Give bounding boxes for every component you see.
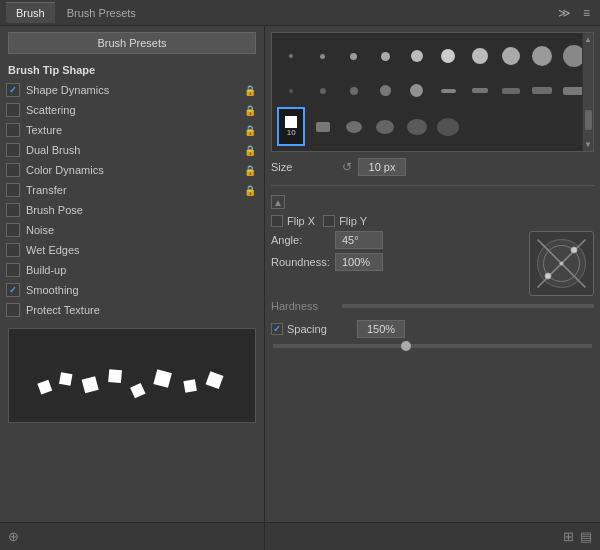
- checkbox-color-dynamics[interactable]: [6, 163, 20, 177]
- svg-rect-2: [82, 376, 99, 393]
- lock-icon-scattering: 🔒: [244, 105, 256, 116]
- angle-roundness-controls: Angle: 45° Roundness: 100%: [271, 231, 521, 275]
- flip-x-box[interactable]: [271, 215, 283, 227]
- checkbox-protect-texture[interactable]: [6, 303, 20, 317]
- spacing-checkbox[interactable]: ✓: [271, 323, 283, 335]
- spacing-checkbox-area[interactable]: ✓ Spacing: [271, 323, 351, 335]
- lock-icon-color-dynamics: 🔒: [244, 165, 256, 176]
- option-color-dynamics[interactable]: Color Dynamics 🔒: [0, 160, 264, 180]
- brush-presets-button[interactable]: Brush Presets: [8, 32, 256, 54]
- angle-row: Angle: 45°: [271, 231, 521, 249]
- svg-point-13: [545, 273, 551, 279]
- option-protect-texture[interactable]: Protect Texture: [0, 300, 264, 320]
- angle-wheel[interactable]: [529, 231, 594, 296]
- left-panel: Brush Presets Brush Tip Shape ✓ Shape Dy…: [0, 26, 265, 522]
- option-transfer[interactable]: Transfer 🔒: [0, 180, 264, 200]
- option-scattering[interactable]: Scattering 🔒: [0, 100, 264, 120]
- checkbox-shape-dynamics[interactable]: ✓: [6, 83, 20, 97]
- roundness-label: Roundness:: [271, 256, 331, 268]
- lock-icon-texture: 🔒: [244, 125, 256, 136]
- roundness-row: Roundness: 100%: [271, 253, 521, 271]
- option-smoothing[interactable]: ✓ Smoothing: [0, 280, 264, 300]
- option-noise[interactable]: Noise: [0, 220, 264, 240]
- lock-icon-dual-brush: 🔒: [244, 145, 256, 156]
- checkbox-wet-edges[interactable]: [6, 243, 20, 257]
- tab-icons: ≫ ≡: [554, 4, 594, 22]
- brush-grid-area: 10 ▲: [271, 32, 594, 152]
- svg-rect-1: [59, 372, 72, 385]
- right-panel: 10 ▲: [265, 26, 600, 522]
- brush-stroke-preview: [8, 328, 256, 423]
- checkbox-noise[interactable]: [6, 223, 20, 237]
- bottom-bar-right: ⊞ ▤: [265, 523, 600, 550]
- option-dual-brush[interactable]: Dual Brush 🔒: [0, 140, 264, 160]
- divider-1: [271, 185, 594, 186]
- scroll-arrows: ▲: [271, 193, 594, 211]
- option-brush-pose[interactable]: Brush Pose: [0, 200, 264, 220]
- angle-value[interactable]: 45°: [335, 231, 383, 249]
- spacing-value[interactable]: 150%: [357, 320, 405, 338]
- brush-tip-shape-header: Brush Tip Shape: [0, 60, 264, 80]
- bottom-icon-1[interactable]: ⊕: [8, 529, 19, 544]
- svg-point-12: [571, 247, 577, 253]
- spacing-slider-thumb[interactable]: [401, 341, 411, 351]
- svg-rect-0: [37, 380, 52, 395]
- angle-label: Angle:: [271, 234, 331, 246]
- flip-x-checkbox[interactable]: Flip X: [271, 215, 315, 227]
- bottom-bar-left: ⊕: [0, 523, 265, 550]
- svg-rect-4: [130, 383, 145, 398]
- svg-rect-6: [183, 379, 196, 392]
- brush-panel: Brush Brush Presets ≫ ≡ Brush Presets Br…: [0, 0, 600, 550]
- lock-icon-shape-dynamics: 🔒: [244, 85, 256, 96]
- angle-roundness-area: Angle: 45° Roundness: 100%: [271, 231, 594, 296]
- spacing-row: ✓ Spacing 150%: [271, 320, 594, 338]
- size-reset-button[interactable]: ↺: [342, 160, 352, 174]
- checkbox-smoothing[interactable]: ✓: [6, 283, 20, 297]
- hardness-label: Hardness: [271, 300, 336, 312]
- tab-bar: Brush Brush Presets ≫ ≡: [0, 0, 600, 26]
- option-build-up[interactable]: Build-up: [0, 260, 264, 280]
- checkbox-texture[interactable]: [6, 123, 20, 137]
- svg-point-14: [560, 262, 564, 266]
- bottom-icon-3[interactable]: ▤: [580, 529, 592, 544]
- option-texture[interactable]: Texture 🔒: [0, 120, 264, 140]
- tab-brush[interactable]: Brush: [6, 2, 55, 23]
- tab-brush-presets[interactable]: Brush Presets: [57, 3, 146, 23]
- spacing-slider-container: [271, 344, 594, 348]
- scroll-up-btn[interactable]: ▲: [271, 195, 285, 209]
- checkbox-build-up[interactable]: [6, 263, 20, 277]
- bottom-bar: ⊕ ⊞ ▤: [0, 522, 600, 550]
- size-label: Size: [271, 161, 336, 173]
- checkbox-scattering[interactable]: [6, 103, 20, 117]
- checkbox-brush-pose[interactable]: [6, 203, 20, 217]
- roundness-value[interactable]: 100%: [335, 253, 383, 271]
- hardness-slider[interactable]: [342, 304, 594, 308]
- size-row: Size ↺ 10 px: [271, 156, 594, 178]
- spacing-label: Spacing: [287, 323, 327, 335]
- svg-rect-7: [206, 371, 224, 389]
- checkbox-transfer[interactable]: [6, 183, 20, 197]
- flip-row: Flip X Flip Y: [271, 215, 594, 227]
- tab-menu-icon[interactable]: ≡: [579, 4, 594, 22]
- flip-y-box[interactable]: [323, 215, 335, 227]
- tab-expand-icon[interactable]: ≫: [554, 4, 575, 22]
- hardness-row: Hardness: [271, 300, 594, 312]
- flip-y-checkbox[interactable]: Flip Y: [323, 215, 367, 227]
- lock-icon-transfer: 🔒: [244, 185, 256, 196]
- svg-rect-3: [108, 369, 122, 383]
- option-shape-dynamics[interactable]: ✓ Shape Dynamics 🔒: [0, 80, 264, 100]
- spacing-slider-track[interactable]: [273, 344, 592, 348]
- checkbox-dual-brush[interactable]: [6, 143, 20, 157]
- option-wet-edges[interactable]: Wet Edges: [0, 240, 264, 260]
- svg-rect-5: [153, 369, 172, 388]
- size-value[interactable]: 10 px: [358, 158, 406, 176]
- bottom-icon-2[interactable]: ⊞: [563, 529, 574, 544]
